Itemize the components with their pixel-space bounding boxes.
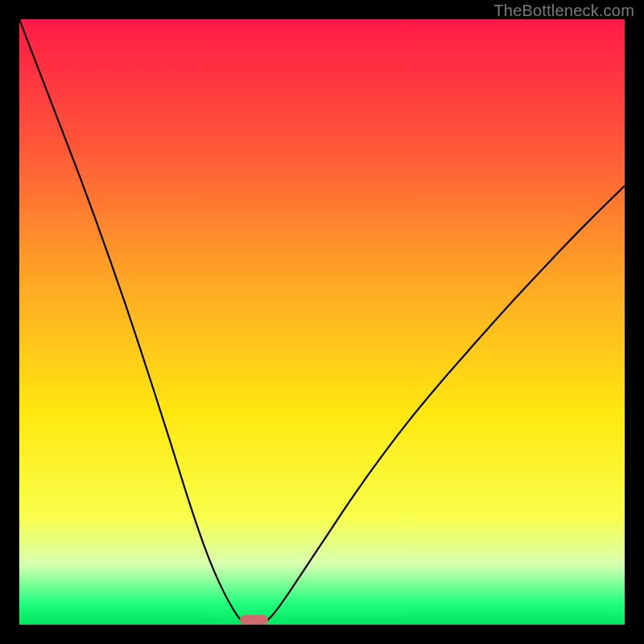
watermark-text: TheBottleneck.com — [493, 2, 634, 20]
gradient-background — [19, 19, 625, 625]
bottleneck-chart — [19, 19, 625, 625]
bottleneck-marker — [240, 615, 268, 625]
chart-frame — [19, 19, 625, 625]
